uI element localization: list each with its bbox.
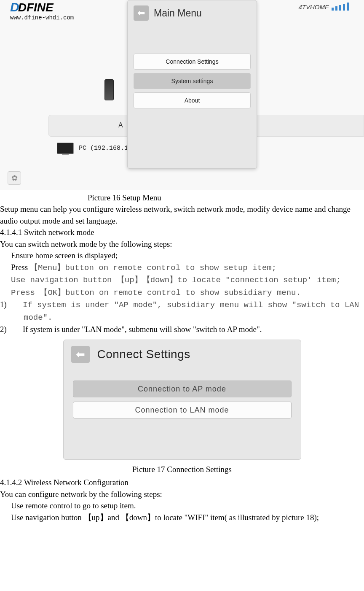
popup-header: ⬅ Main Menu <box>128 0 257 28</box>
step2-b: b)Use navigation button 【up】and 【down】to… <box>0 512 364 524</box>
menu-item-ap-mode[interactable]: Connection to AP mode <box>73 381 292 397</box>
body-text: Setup menu can help you configure wirele… <box>0 202 364 335</box>
arrow-left-icon: ⬅ <box>76 348 85 361</box>
cs-header: ⬅ Connect Settings <box>71 346 293 363</box>
substep-1: 1)If system is under "AP mode", subsidia… <box>0 299 364 324</box>
screenshot-connect-settings-wrap: ⬅ Connect Settings Connection to AP mode… <box>0 335 364 463</box>
strip-letter: A <box>118 121 123 129</box>
popup-title: Main Menu <box>154 8 202 19</box>
logo-text: DDFINE <box>10 0 74 14</box>
logo-block: DDFINE www.dfine-whdi.com <box>10 0 74 21</box>
substep-2: 2)If system is under "LAN mode", submenu… <box>0 324 364 335</box>
cs-title: Connect Settings <box>97 348 190 361</box>
monitor-icon <box>57 143 74 154</box>
pc-row[interactable]: PC (192.168.10 <box>57 143 132 154</box>
signal-icon <box>339 5 341 11</box>
settings-gear-button[interactable]: ✿ <box>8 171 21 185</box>
back-button[interactable]: ⬅ <box>71 346 90 363</box>
caption-picture16: Picture 16 Setup Menu <box>0 190 364 202</box>
status-label: 4TVHOME <box>298 3 329 11</box>
step-b: b)Press 【Menu】button on remote control t… <box>0 262 364 274</box>
pc-label: PC (192.168.10 <box>79 145 132 152</box>
paragraph: Setup menu can help you configure wirele… <box>0 203 364 227</box>
signal-icon <box>343 4 345 11</box>
back-button[interactable]: ⬅ <box>134 5 149 21</box>
section-heading: 4.1.4.1 Switch network mode <box>0 227 364 238</box>
menu-item-lan-mode[interactable]: Connection to LAN mode <box>73 402 292 418</box>
step-d: d)Press 【OK】button on remote control to … <box>0 286 364 299</box>
logo-url: www.dfine-whdi.com <box>10 14 74 21</box>
step-a: a)Ensure home screen is displayed; <box>0 250 364 262</box>
gear-icon: ✿ <box>11 173 18 183</box>
status-indicator: 4TVHOME <box>298 3 349 11</box>
menu-item-system-settings[interactable]: System settings <box>134 73 251 89</box>
step2-a: a)Use remote control to go to setup item… <box>0 500 364 512</box>
signal-icon <box>347 3 349 11</box>
remote-icon <box>104 79 114 100</box>
caption-picture17: Picture 17 Connection Settings <box>0 463 364 476</box>
paragraph: You can switch network mode by the follo… <box>0 238 364 250</box>
menu-item-about[interactable]: About <box>134 92 251 108</box>
main-menu-popup: ⬅ Main Menu Connection Settings System s… <box>127 0 257 169</box>
signal-icon <box>335 6 337 11</box>
screenshot-connect-settings: ⬅ Connect Settings Connection to AP mode… <box>63 340 301 460</box>
signal-icon <box>332 8 334 11</box>
screenshot-setup-menu: DDFINE www.dfine-whdi.com 4TVHOME A PC (… <box>0 0 364 190</box>
body-text-2: 4.1.4.2 Wireless Network Configuration Y… <box>0 476 364 523</box>
step-c: c)Use navigation button 【up】【down】to loc… <box>0 274 364 286</box>
paragraph: You can configure network by the followi… <box>0 488 364 500</box>
arrow-left-icon: ⬅ <box>137 8 145 19</box>
section-heading: 4.1.4.2 Wireless Network Configuration <box>0 477 364 488</box>
menu-item-connection-settings[interactable]: Connection Settings <box>134 54 251 70</box>
